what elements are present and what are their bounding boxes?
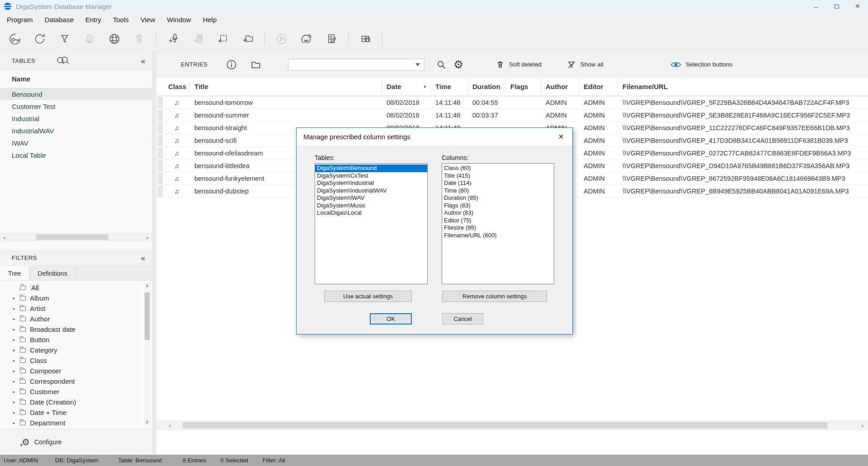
tree-item-customer[interactable]: ▸Customer (0, 386, 152, 397)
menu-database[interactable]: Database (39, 13, 80, 26)
collapse-tables-chevron-icon[interactable]: « (141, 57, 146, 65)
tree-item-button[interactable]: ▸Button (0, 334, 152, 345)
listbox-item[interactable]: DigaSystem\Industrial (315, 179, 427, 187)
expand-arrow-icon[interactable]: ▸ (11, 296, 17, 301)
key-icon[interactable] (5, 28, 25, 49)
tree-item-composer[interactable]: ▸Composer (0, 366, 152, 376)
tables-horizontal-scrollbar[interactable]: ‹ › (0, 233, 152, 242)
tree-item-department[interactable]: ▸Department (0, 418, 152, 428)
tab-definitions[interactable]: Definitions (29, 266, 75, 280)
table-row-local-table[interactable]: Local Table (0, 149, 152, 161)
record-microphone-icon[interactable] (163, 28, 184, 49)
configure-button[interactable]: ⚙+ Configure (0, 428, 152, 455)
menu-window[interactable]: Window (161, 13, 197, 26)
info-icon[interactable] (226, 59, 237, 71)
column-header-time[interactable]: Time (431, 77, 468, 96)
row-selection-button[interactable] (156, 185, 164, 197)
maximize-icon[interactable] (826, 0, 847, 13)
menu-program[interactable]: Program (1, 13, 39, 26)
refresh-icon[interactable] (29, 28, 50, 49)
listbox-item[interactable]: Class (60) (442, 165, 554, 172)
table-row-customer-test[interactable]: Customer Test (0, 100, 152, 113)
menu-help[interactable]: Help (197, 13, 222, 26)
cancel-button[interactable]: Cancel (442, 313, 483, 325)
expand-arrow-icon[interactable]: ▸ (11, 337, 17, 342)
tree-item-date-creation[interactable]: ▸Date (Creation) (0, 397, 152, 407)
column-header-class[interactable]: Class (164, 77, 190, 96)
dialog-tables-listbox[interactable]: DigaSystem\Bensound DigaSystem\CxTest Di… (315, 163, 428, 284)
edit-entry-icon[interactable] (321, 28, 342, 49)
tree-item-correspondent[interactable]: ▸Correspondent (0, 376, 152, 386)
menu-tools[interactable]: Tools (107, 13, 135, 26)
column-header-date[interactable]: Date▾ (382, 77, 431, 96)
folder-icon[interactable] (250, 59, 262, 71)
menu-view[interactable]: View (135, 13, 161, 26)
dialog-title-bar[interactable]: Manage prescribed column settings ✕ (297, 128, 572, 145)
expand-arrow-icon[interactable]: ▸ (11, 420, 17, 425)
row-selection-button[interactable] (156, 96, 164, 108)
sort-descending-icon[interactable]: ▾ (424, 85, 426, 89)
listbox-item[interactable]: LocalDigas\Local (315, 209, 427, 217)
listbox-item[interactable]: Filename/URL (600) (442, 232, 554, 240)
listbox-item[interactable]: Editor (75) (442, 217, 554, 225)
menu-entry[interactable]: Entry (80, 13, 107, 26)
listbox-item-selected[interactable]: DigaSystem\Bensound (315, 165, 427, 172)
search-input[interactable] (290, 60, 415, 70)
filter-icon[interactable] (54, 28, 75, 49)
search-icon[interactable] (435, 59, 447, 71)
expand-arrow-icon[interactable]: ▸ (11, 368, 17, 373)
tab-tree[interactable]: Tree (0, 266, 29, 280)
expand-arrow-icon[interactable]: ▸ (11, 389, 17, 394)
remove-column-settings-button[interactable]: Remove column settings (442, 291, 547, 302)
expand-arrow-icon[interactable]: ▸ (11, 358, 17, 363)
listbox-item[interactable]: DigaSystem\CxTest (315, 172, 427, 180)
dialog-close-icon[interactable]: ✕ (550, 128, 572, 145)
entry-title-link[interactable]: bensound-summer (190, 109, 382, 121)
table-row-industrial[interactable]: Industrial (0, 113, 152, 125)
table-row-iwav[interactable]: IWAV (0, 137, 152, 149)
column-header-editor[interactable]: Editor (579, 77, 618, 96)
expand-arrow-icon[interactable]: ▸ (11, 327, 17, 332)
listbox-item[interactable]: Date (114) (442, 179, 554, 187)
scrollbar-thumb[interactable] (36, 234, 108, 240)
scroll-left-icon[interactable]: ‹ (166, 420, 174, 430)
collapse-filters-chevron-icon[interactable]: « (141, 254, 146, 262)
scroll-left-icon[interactable]: ‹ (1, 233, 8, 242)
show-all-toggle[interactable]: Show all (567, 60, 604, 69)
gear-icon[interactable]: ⚙ (453, 59, 463, 70)
on-air-icon[interactable] (296, 28, 317, 49)
table-row-industrialwav[interactable]: IndustrialWAV (0, 125, 152, 137)
dialog-columns-listbox[interactable]: Class (60) Title (415) Date (114) Time (… (442, 163, 554, 284)
selection-buttons-toggle[interactable]: Selection buttons (670, 61, 733, 68)
tree-item-category[interactable]: ▸Category (0, 345, 152, 355)
listbox-item[interactable]: DigaSystem\IndustrialWAV (315, 187, 427, 195)
tree-item-broadcast-date[interactable]: ▸Broadcast date (0, 324, 152, 334)
row-selection-button[interactable] (156, 147, 164, 159)
column-header-duration[interactable]: Duration (468, 77, 506, 96)
table-row[interactable]: ♫ bensound-tomorrow 08/02/2018 14:11:48 … (156, 96, 868, 109)
listbox-item[interactable]: Time (80) (442, 187, 554, 195)
listbox-item[interactable]: Author (83) (442, 209, 554, 217)
tree-item-date-time[interactable]: ▸Date + Time (0, 407, 152, 418)
expand-arrow-icon[interactable]: ▸ (11, 316, 17, 321)
entry-title-link[interactable]: bensound-tomorrow (190, 96, 382, 108)
chevron-down-icon[interactable] (415, 63, 420, 66)
table-row[interactable]: ♫ bensound-summer 08/02/2018 14:11:48 00… (156, 109, 868, 122)
use-actual-settings-button[interactable]: Use actual settings (324, 291, 412, 302)
listbox-item[interactable]: DigaSystem\Music (315, 202, 427, 210)
listbox-item[interactable]: Flags (83) (442, 202, 554, 210)
scroll-right-icon[interactable]: › (859, 420, 866, 430)
row-selection-button[interactable] (156, 134, 164, 146)
scroll-down-icon[interactable]: ∨ (144, 419, 151, 425)
tree-item-album[interactable]: ▸Album (0, 293, 152, 303)
expand-arrow-icon[interactable]: ▸ (11, 348, 17, 353)
table-row-bensound[interactable]: Bensound (0, 88, 152, 100)
expand-arrow-icon[interactable]: ▸ (11, 400, 17, 405)
row-selection-button[interactable] (156, 122, 164, 134)
scroll-up-icon[interactable]: ∧ (144, 282, 151, 289)
tree-item-class[interactable]: ▸Class (0, 355, 152, 366)
filters-vertical-scrollbar[interactable]: ∧ ∨ (144, 282, 151, 425)
listbox-item[interactable]: Filesize (99) (442, 224, 554, 232)
listbox-item[interactable]: Duration (85) (442, 194, 554, 202)
listbox-item[interactable]: DigaSystem\IWAV (315, 194, 427, 202)
